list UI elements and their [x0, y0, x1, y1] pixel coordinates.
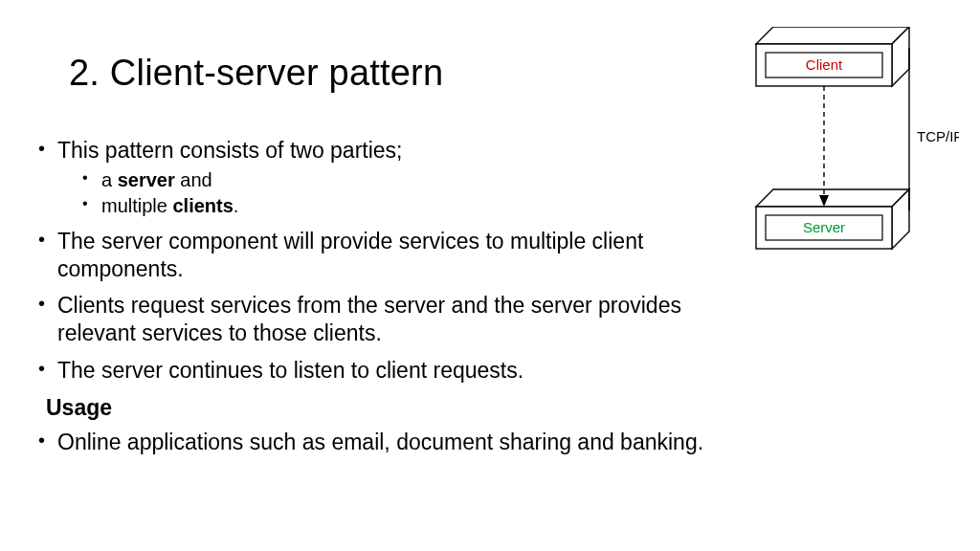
tcpip-label: TCP/IP: [917, 128, 959, 144]
text-fragment: .: [234, 195, 239, 216]
server-label: Server: [803, 219, 845, 235]
server-box: Server: [756, 189, 909, 249]
svg-marker-4: [756, 189, 909, 207]
bold-server: server: [118, 169, 175, 190]
client-server-diagram: Client Server TCP/IP: [739, 27, 959, 256]
usage-heading: Usage: [46, 394, 980, 422]
bullet-clients-request: Clients request services from the server…: [34, 292, 704, 347]
text-fragment: multiple: [101, 195, 172, 216]
client-box: Client: [756, 27, 909, 86]
text-fragment: and: [175, 169, 212, 190]
text-fragment: a: [101, 169, 118, 190]
bullet-server-provides: The server component will provide servic…: [34, 228, 704, 283]
svg-marker-0: [756, 27, 909, 44]
client-label: Client: [806, 56, 843, 73]
bullet-server-listens: The server continues to listen to client…: [34, 357, 704, 385]
subbullet-server: a server and: [80, 168, 704, 192]
bold-clients: clients: [172, 195, 233, 216]
bullet-usage-online-apps: Online applications such as email, docum…: [34, 429, 704, 456]
subbullet-clients: multiple clients.: [80, 194, 704, 218]
bullet-two-parties: This pattern consists of two parties; a …: [34, 137, 704, 218]
bullet-text: This pattern consists of two parties;: [57, 138, 403, 163]
